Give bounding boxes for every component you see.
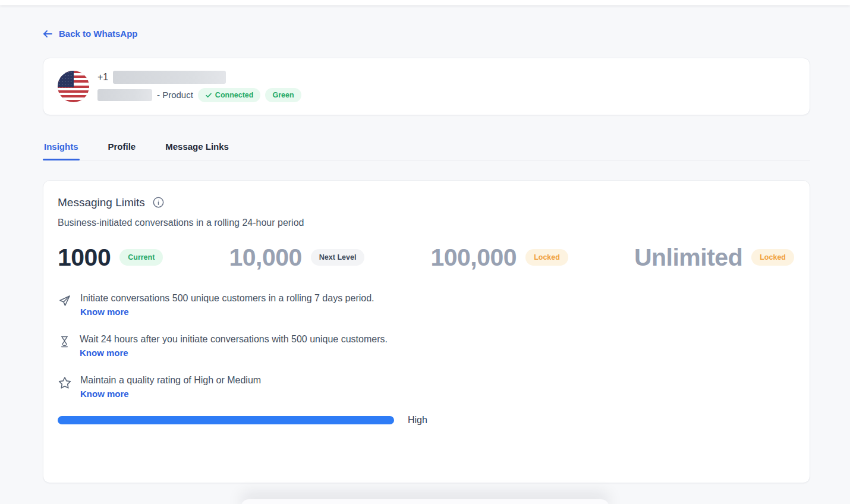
account-name-line: - Product Connected Green — [97, 88, 301, 102]
info-icon[interactable] — [152, 196, 165, 209]
quality-progress-fill — [58, 416, 394, 424]
requirement-body: Initiate conversations 500 unique custom… — [80, 293, 374, 317]
know-more-link[interactable]: Know more — [80, 389, 261, 399]
back-to-whatsapp-link[interactable]: Back to WhatsApp — [43, 29, 138, 39]
requirement-wait: Wait 24 hours after you initiate convers… — [58, 334, 795, 358]
phone-prefix: +1 — [97, 72, 108, 83]
messaging-limits-header: Messaging Limits — [58, 196, 795, 209]
requirement-text: Wait 24 hours after you initiate convers… — [80, 334, 388, 345]
tab-bar: Insights Profile Message Links — [43, 137, 810, 160]
account-info: +1 - Product Connected Green — [97, 71, 301, 102]
tier-badge-next-level: Next Level — [311, 249, 365, 266]
tier-row: 1000 Current 10,000 Next Level 100,000 L… — [58, 244, 795, 272]
messaging-limits-card: Messaging Limits Business-initiated conv… — [43, 180, 810, 483]
arrow-left-icon — [43, 29, 53, 39]
whatsapp-number-settings-page: Back to WhatsApp +1 - Product C — [0, 0, 850, 483]
messaging-limits-subtitle: Business-initiated conversations in a ro… — [58, 218, 795, 228]
tier-badge-locked: Locked — [525, 249, 568, 266]
tier-next-level: 10,000 Next Level — [229, 244, 364, 272]
star-icon — [58, 376, 72, 399]
tier-value: 1000 — [58, 244, 111, 272]
quality-badge-label: Green — [272, 91, 294, 99]
tier-current: 1000 Current — [58, 244, 163, 272]
requirement-text: Initiate conversations 500 unique custom… — [80, 293, 374, 304]
hourglass-icon — [58, 335, 71, 358]
redacted-phone-number — [113, 71, 226, 84]
quality-rating-label: High — [408, 415, 427, 426]
connected-badge-label: Connected — [215, 91, 254, 99]
check-icon — [205, 92, 212, 99]
requirements-list: Initiate conversations 500 unique custom… — [58, 293, 795, 399]
tier-badge-current: Current — [119, 249, 163, 266]
tier-value: 100,000 — [430, 244, 517, 272]
tab-insights[interactable]: Insights — [43, 137, 80, 160]
quality-rating-row: High — [58, 415, 795, 426]
phone-number-line: +1 — [97, 71, 301, 84]
send-icon — [58, 294, 72, 317]
account-summary-card: +1 - Product Connected Green — [43, 58, 810, 115]
tier-locked-unlimited: Unlimited Locked — [634, 244, 794, 272]
tier-value: 10,000 — [229, 244, 301, 272]
tier-badge-locked: Locked — [751, 249, 794, 266]
back-link-label: Back to WhatsApp — [59, 29, 138, 39]
next-card-peek — [241, 499, 609, 504]
requirement-initiate: Initiate conversations 500 unique custom… — [58, 293, 795, 317]
messaging-limits-title: Messaging Limits — [58, 196, 145, 209]
requirement-body: Wait 24 hours after you initiate convers… — [80, 334, 388, 358]
tab-message-links[interactable]: Message Links — [164, 137, 230, 160]
requirement-quality: Maintain a quality rating of High or Med… — [58, 375, 795, 399]
connected-status-badge: Connected — [198, 88, 261, 102]
know-more-link[interactable]: Know more — [80, 348, 388, 358]
quality-green-badge: Green — [265, 88, 301, 102]
tier-value: Unlimited — [634, 244, 742, 272]
tier-locked-100k: 100,000 Locked — [430, 244, 568, 272]
know-more-link[interactable]: Know more — [80, 307, 374, 317]
account-name-suffix: - Product — [157, 90, 193, 100]
requirement-body: Maintain a quality rating of High or Med… — [80, 375, 261, 399]
us-flag-avatar — [58, 71, 89, 102]
requirement-text: Maintain a quality rating of High or Med… — [80, 375, 261, 386]
flag-canton — [58, 71, 74, 87]
redacted-account-name — [97, 89, 152, 101]
tab-profile[interactable]: Profile — [107, 137, 137, 160]
